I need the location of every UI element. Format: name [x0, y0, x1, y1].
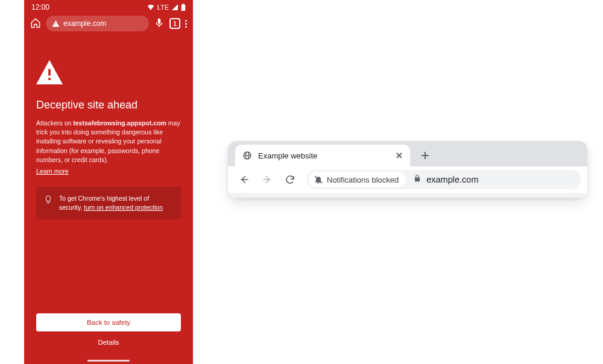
back-to-safety-button[interactable]: Back to safety: [36, 313, 181, 331]
status-bar: 12:00 LTE: [24, 0, 193, 13]
enhanced-protection-tip: To get Chrome's highest level of securit…: [36, 187, 181, 219]
wifi-icon: [147, 3, 155, 11]
tab-strip: Example website: [228, 141, 587, 166]
lock-icon[interactable]: [413, 174, 426, 185]
tip-text: To get Chrome's highest level of securit…: [59, 194, 174, 212]
desc-hostname: testsafebrowsing.appspot.com: [73, 119, 166, 127]
details-button[interactable]: Details: [36, 331, 181, 346]
arrow-left-icon: [239, 174, 250, 185]
mobile-url-text: example.com: [63, 19, 106, 28]
desktop-omnibox[interactable]: Notifications blocked example.com: [306, 170, 581, 189]
lightbulb-icon: [43, 195, 53, 204]
mobile-chrome-warning-screenshot: 12:00 LTE example.com 1 Deceptive site a…: [24, 0, 193, 364]
learn-more-link[interactable]: Learn more: [36, 167, 69, 176]
tab-title: Example website: [258, 151, 388, 160]
tab-count: 1: [173, 20, 177, 27]
signal-icon: [171, 4, 178, 11]
status-right: LTE: [147, 3, 186, 11]
mobile-toolbar: example.com 1: [24, 13, 193, 36]
notifications-blocked-chip[interactable]: Notifications blocked: [309, 172, 406, 187]
reload-button[interactable]: [280, 169, 300, 190]
chip-label: Notifications blocked: [327, 175, 399, 184]
bottom-buttons: Back to safety Details: [36, 313, 181, 346]
warning-description: Attackers on testsafebrowsing.appspot.co…: [36, 119, 181, 176]
home-icon[interactable]: [30, 17, 41, 30]
arrow-right-icon: [262, 174, 273, 185]
gesture-handle: [87, 360, 130, 362]
close-icon: [396, 152, 403, 159]
desc-prefix: Attackers on: [36, 119, 73, 127]
tab-close-button[interactable]: [394, 151, 404, 160]
warning-content: Deceptive site ahead Attackers on testsa…: [24, 36, 193, 219]
battery-icon: [181, 4, 186, 11]
forward-button[interactable]: [257, 169, 277, 190]
mic-icon[interactable]: [154, 17, 165, 30]
desktop-url-text: example.com: [426, 175, 478, 184]
overflow-menu-icon[interactable]: [185, 20, 187, 28]
warning-heading: Deceptive site ahead: [36, 99, 181, 111]
warning-small-icon: [52, 20, 60, 28]
svg-rect-1: [182, 4, 184, 5]
new-tab-button[interactable]: [416, 146, 434, 165]
warning-triangle-icon: [36, 60, 181, 86]
toolbar-separator: [228, 193, 587, 198]
plus-icon: [421, 151, 429, 160]
enhanced-protection-link[interactable]: turn on enhanced protection: [84, 204, 163, 211]
svg-rect-0: [182, 4, 185, 10]
back-button[interactable]: [234, 169, 254, 190]
tab-switcher-button[interactable]: 1: [169, 18, 180, 29]
browser-toolbar: Notifications blocked example.com: [228, 166, 587, 193]
globe-icon: [242, 151, 252, 160]
status-time: 12:00: [31, 3, 49, 11]
mobile-omnibox[interactable]: example.com: [46, 16, 149, 31]
reload-icon: [285, 174, 295, 185]
desktop-chrome-frame: Example website Notifications blocked: [228, 141, 587, 198]
status-network: LTE: [157, 4, 169, 11]
browser-tab[interactable]: Example website: [235, 145, 410, 166]
bell-off-icon: [314, 175, 323, 184]
